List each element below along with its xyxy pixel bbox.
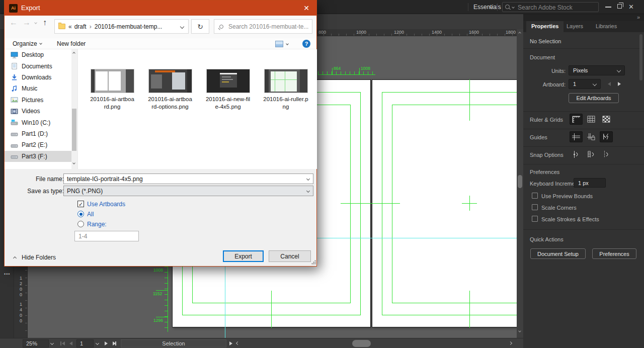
all-radio[interactable] [77, 211, 84, 217]
sidebar-item-desktop[interactable]: Desktop [5, 49, 76, 60]
sidebar-scrollbar[interactable] [71, 49, 77, 169]
first-artboard-icon[interactable] [62, 341, 65, 345]
sidebar-item-label: Desktop [22, 51, 44, 58]
range-input[interactable]: 1-4 [74, 231, 139, 241]
use-preview-bounds-checkbox[interactable] [532, 193, 538, 199]
zoom-chevron-icon[interactable] [50, 341, 54, 345]
tab-layers[interactable]: Layers [561, 21, 588, 32]
toolbar-overflow-icon[interactable]: ••• [4, 272, 10, 277]
scroll-up-icon[interactable] [72, 52, 75, 55]
canvas-vertical-scrollbar[interactable] [517, 29, 523, 338]
view-mode-chevron-icon[interactable] [286, 42, 289, 45]
artboard-nav-chevron-icon[interactable] [96, 341, 99, 345]
recent-locations-icon[interactable] [34, 21, 37, 24]
sidebar-item-part1-d[interactable]: Part1 (D:) [5, 128, 76, 139]
file-name-input[interactable]: template-IG-portrait-4x5.png [63, 173, 313, 184]
panel-scrollbar-thumb[interactable] [639, 34, 642, 80]
sidebar-item-label: Music [22, 85, 37, 92]
document-setup-button[interactable]: Document Setup [530, 248, 586, 259]
scrollbar-thumb[interactable] [518, 175, 522, 188]
snap-to-grid-icon[interactable] [585, 149, 598, 160]
snap-to-point-icon[interactable] [570, 149, 583, 160]
file-item[interactable]: 201016-ai-ruller.p ng [261, 69, 311, 111]
export-button[interactable]: Export [223, 250, 264, 262]
sidebar-item-part3-f[interactable]: Part3 (F:) [5, 151, 76, 162]
sidebar-item-documents[interactable]: Documents [5, 60, 76, 71]
collapse-panels-icon[interactable]: » [637, 14, 640, 20]
organize-menu[interactable]: Organize [13, 40, 37, 47]
refresh-button[interactable]: ↻ [191, 19, 209, 34]
save-type-select[interactable]: PNG (*.PNG) [63, 186, 313, 196]
up-icon[interactable]: ↑ [43, 18, 47, 27]
scroll-right-icon[interactable] [509, 341, 512, 345]
prev-artboard-icon[interactable] [69, 341, 72, 345]
edit-artboards-button[interactable]: Edit Artboards [569, 93, 619, 103]
cancel-button[interactable]: Cancel [269, 250, 311, 262]
scroll-down-icon[interactable] [518, 329, 521, 332]
scrollbar-thumb[interactable] [72, 109, 76, 151]
forward-icon[interactable]: → [23, 18, 31, 27]
artboard-select[interactable]: 1 [569, 79, 601, 89]
scale-corners-checkbox[interactable] [532, 204, 538, 210]
sidebar-item-pictures[interactable]: Pictures [5, 95, 76, 106]
stock-search-box[interactable]: Search Adobe Stock [502, 2, 599, 12]
units-select[interactable]: Pixels [569, 65, 625, 75]
tab-properties[interactable]: Properties [526, 21, 564, 32]
use-artboards-checkbox[interactable]: ✓ [77, 201, 84, 207]
tool-status[interactable]: Selection [121, 339, 226, 347]
sidebar-item-part2-e[interactable]: Part2 (E:) [5, 139, 76, 150]
sidebar-item-win10-c[interactable]: Win10 (C:) [5, 117, 76, 128]
address-dropdown-icon[interactable] [180, 24, 184, 28]
green-ruler-v-ticks [165, 267, 168, 332]
scroll-down-icon[interactable] [72, 161, 75, 164]
file-thumbnail [91, 69, 134, 93]
scale-strokes-checkbox[interactable] [532, 216, 538, 222]
search-box[interactable]: Search 201016-membuat-te... [214, 19, 312, 34]
restore-icon[interactable] [617, 4, 622, 9]
breadcrumb[interactable]: « draft › 201016-membuat-temp... [54, 19, 189, 34]
dialog-titlebar[interactable]: Ai Export ✕ [5, 1, 316, 16]
first-artboard-icon[interactable] [60, 341, 61, 345]
show-grid-icon[interactable] [585, 114, 598, 125]
file-item[interactable]: 201016-ai-artboa rd-options.png [145, 69, 195, 111]
breadcrumb-root[interactable]: draft [74, 23, 87, 30]
next-artboard-icon[interactable] [105, 341, 108, 345]
back-icon[interactable]: ← [10, 18, 18, 27]
file-item[interactable]: 201016-ai-artboa rd.png [87, 69, 137, 111]
scroll-up-icon[interactable] [518, 32, 521, 35]
sidebar-item-videos[interactable]: Videos [5, 106, 76, 117]
file-item[interactable]: 201016-ai-new-fil e-4x5.png [203, 69, 253, 111]
minimize-icon[interactable] [605, 7, 611, 8]
close-icon[interactable]: ✕ [628, 3, 634, 11]
tab-libraries[interactable]: Libraries [591, 21, 622, 32]
range-radio[interactable] [77, 221, 84, 227]
units-value: Pixels [573, 67, 588, 73]
hide-folders-button[interactable]: Hide Folders [22, 254, 56, 261]
help-icon[interactable]: ? [302, 40, 310, 48]
keyboard-increment-field[interactable]: 1 px [574, 178, 606, 188]
artboard-nav-field[interactable]: 1 [76, 339, 94, 347]
sidebar-item-music[interactable]: Music [5, 83, 76, 94]
breadcrumb-current[interactable]: 201016-membuat-temp... [95, 23, 163, 30]
horizontal-scrollbar-thumb[interactable] [352, 340, 371, 347]
show-guides-icon[interactable] [570, 131, 583, 142]
file-name: rd.png [87, 103, 137, 111]
next-artboard-icon[interactable] [618, 82, 621, 86]
sidebar-item-downloads[interactable]: Downloads [5, 72, 76, 83]
scroll-left-icon[interactable] [236, 341, 239, 345]
zoom-level[interactable]: 25% [23, 339, 49, 347]
smart-guides-icon[interactable] [600, 131, 613, 142]
status-menu-icon[interactable] [229, 341, 232, 345]
resize-grip[interactable] [311, 260, 316, 265]
close-icon[interactable]: ✕ [303, 4, 309, 12]
lock-guides-icon[interactable] [585, 131, 598, 142]
show-rulers-icon[interactable] [570, 114, 583, 125]
new-folder-button[interactable]: New folder [57, 40, 86, 47]
snap-to-pixel-icon[interactable] [600, 149, 613, 160]
preferences-button[interactable]: Preferences [592, 248, 636, 259]
green-ruler-v-majortick [156, 317, 168, 317]
section-preferences: Preferences [530, 169, 559, 175]
transparency-grid-icon[interactable] [600, 114, 613, 125]
prev-artboard-icon[interactable] [608, 82, 611, 86]
view-mode-icon[interactable] [275, 41, 283, 47]
